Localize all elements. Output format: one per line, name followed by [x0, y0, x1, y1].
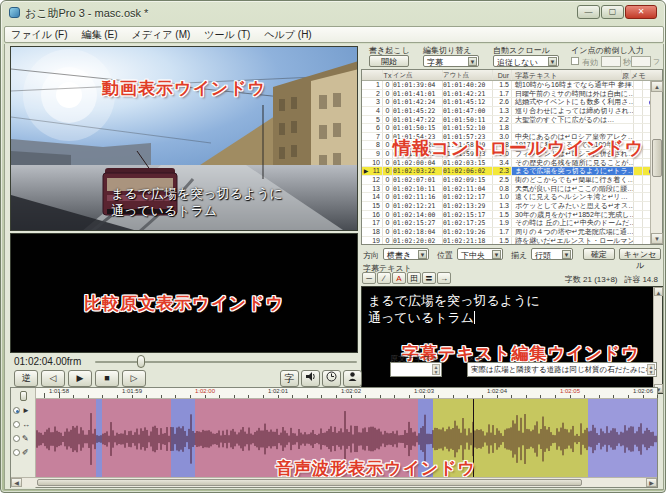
memo-field[interactable]: 実際は広場と隣接する道路は同じ材質の石だたみになっているようです▲▼ — [467, 362, 657, 377]
scroll-down-icon[interactable]: ▼ — [651, 233, 663, 244]
cancel-button[interactable]: キャンセル — [619, 248, 661, 260]
subtitle-text-cell: まるで広場を突っ切るように↵トラ… — [512, 167, 633, 175]
time-ruler[interactable]: 1:01:581:01:591:02:001:02:011:02:021:02:… — [36, 388, 657, 399]
table-row[interactable]: 4001:01:45:2201:01:47:001.3巡り合わせによっては締め切… — [362, 107, 662, 116]
ruler-tick — [88, 395, 89, 398]
out-point-cell: 01:01:50:11 — [443, 116, 493, 124]
waveform-display[interactable]: 音声波形表示ウインドウ — [36, 399, 657, 477]
table-row[interactable]: 19001:02:20:0201:02:21:181.5跡を継いだ↵エルンスト・… — [362, 237, 662, 244]
waveform-tool-strip: ► ↔ ✎ ✐ — [11, 388, 36, 488]
format-button-2[interactable]: A — [392, 272, 406, 284]
table-row[interactable]: 10001:02:00:0401:02:03:153.4その歴史の名残を随所に見… — [362, 159, 662, 168]
transport-button-4[interactable]: ▷ — [122, 370, 146, 387]
in-point-cell: 01:02:20:02 — [393, 237, 443, 244]
seek-slider[interactable] — [95, 361, 357, 363]
menu-item[interactable]: ツール (T) — [204, 28, 250, 42]
editor-scrollbar[interactable]: ▲ ▼ — [653, 287, 662, 393]
grid-scrollbar[interactable]: ▲ ▼ — [650, 81, 662, 244]
minimize-button[interactable]: — — [577, 5, 600, 19]
current-row-marker — [362, 211, 370, 219]
subtitle-toggle-button[interactable]: 字 — [280, 370, 299, 387]
zoom-slider[interactable] — [20, 391, 27, 401]
scroll-up-icon[interactable]: ▲ — [651, 81, 663, 92]
transport-button-3[interactable]: ■ — [95, 370, 119, 387]
original-text-field[interactable]: ▲▼ — [390, 362, 442, 377]
table-row[interactable]: 16001:02:14:0001:02:15:171.530年の歳月をかけ↵18… — [362, 211, 662, 220]
scroll-up-icon[interactable]: ▲ — [654, 287, 663, 296]
speaker-icon[interactable] — [301, 370, 320, 387]
transport-button-0[interactable]: 逆 — [14, 370, 38, 387]
format-button-4[interactable]: 〓 — [422, 272, 436, 284]
move-tool[interactable]: ↔ — [13, 420, 30, 429]
scroll-right-icon[interactable]: ▶ — [646, 478, 657, 487]
speaker-person-icon[interactable] — [343, 370, 362, 387]
video-window[interactable]: 動画表示ウインドウ まるで広場を突っ切るように 通っているトラム — [10, 46, 358, 231]
format-button-5[interactable]: → — [437, 272, 451, 284]
ruler-tick — [482, 395, 483, 398]
position-select[interactable]: 下中央▼ — [457, 248, 503, 260]
title-bar[interactable]: おこ助Pro 3 - masc.osk * — ▢ ✕ — [1, 1, 665, 25]
transport-controls: 逆◁▶■▷ — [14, 370, 149, 387]
close-button[interactable]: ✕ — [625, 5, 657, 19]
align-select[interactable]: 行頭▼ — [531, 248, 573, 260]
chevron-down-icon: ▼ — [492, 250, 501, 259]
draw-tool[interactable]: ✎ — [13, 434, 29, 443]
select-tool[interactable]: ► — [13, 406, 30, 415]
ruler-tick — [613, 395, 614, 398]
timecode-display: 01:02:04.00frm — [14, 356, 81, 367]
transcribe-start-button[interactable]: 開始 — [369, 55, 409, 67]
grid-scroll-thumb[interactable] — [652, 139, 662, 177]
menu-item[interactable]: ファイル (F) — [11, 28, 67, 42]
maximize-button[interactable]: ▢ — [601, 5, 624, 19]
subtitle-text-cell: 街のどこからでも↵簡単に行き着く… — [512, 176, 633, 184]
clock-icon[interactable] — [322, 370, 341, 387]
transport-button-2[interactable]: ▶ — [68, 370, 92, 387]
table-row[interactable]: 2001:01:41:0101:01:42:211.7日曜午前のミサの時間は外は… — [362, 90, 662, 99]
subtitle-editor-window[interactable]: まるで広場を突っ切るように 通っているトラム 字幕テキスト編集ウインドウ ▲ ▼ — [361, 286, 663, 394]
table-row[interactable]: 12001:02:07:0101:02:09:152.5街のどこからでも↵簡単に… — [362, 176, 662, 185]
ruler-time-label: 1:02:00 — [195, 388, 215, 394]
table-row[interactable]: 1001:01:39:0401:01:40:201.5朝10時から16時までなら… — [362, 81, 662, 90]
pencil-icon: ✎ — [22, 434, 29, 443]
table-row[interactable]: 13001:02:10:1101:02:11:040.8天気が良い日には↵ここの… — [362, 185, 662, 194]
out-point-cell: 01:01:40:20 — [443, 81, 493, 89]
inpoint-seconds-spinner[interactable] — [601, 56, 621, 67]
table-row[interactable]: 5001:01:47:2201:01:50:112.2大聖堂のすぐ下に広がるのは… — [362, 116, 662, 125]
seek-slider-thumb[interactable] — [137, 355, 145, 368]
waveform-hscrollbar[interactable]: ◀ ▶ — [11, 477, 657, 487]
table-row[interactable]: 6001:01:50:1501:01:52:101.8 — [362, 124, 662, 133]
ruler-tick — [161, 395, 162, 398]
table-row[interactable]: 14001:02:11:1601:02:12:171.0遠くに見えるヘルシンキ湾… — [362, 193, 662, 202]
scroll-left-icon[interactable]: ◀ — [11, 478, 22, 487]
format-button-0[interactable]: ─ — [362, 272, 376, 284]
spinner-icon[interactable]: ▲▼ — [647, 364, 655, 375]
format-button-3[interactable]: 田 — [407, 272, 421, 284]
table-row[interactable]: 15001:02:12:2101:02:13:291.3ポケッとしてみたいと思え… — [362, 202, 662, 211]
row-number: 9 — [370, 150, 383, 158]
direction-select[interactable]: 横書き▼ — [383, 248, 429, 260]
edit-mode-select[interactable]: 字幕▼ — [423, 55, 479, 67]
ruler-time-label: 1:02:03 — [414, 388, 434, 394]
confirm-button[interactable]: 確定 — [583, 248, 615, 260]
inpoint-enable-checkbox[interactable] — [571, 57, 579, 65]
mark-tool[interactable]: ✐ — [13, 448, 29, 457]
menu-item[interactable]: メディア (M) — [132, 28, 191, 42]
spinner-icon[interactable]: ▲▼ — [432, 364, 440, 375]
transport-button-1[interactable]: ◁ — [41, 370, 65, 387]
format-button-1[interactable]: ∕ — [377, 272, 391, 284]
hscroll-thumb[interactable] — [37, 479, 582, 486]
table-row[interactable]: ▶11001:02:03:2201:02:06:022.3まるで広場を突っ切るよ… — [362, 167, 662, 176]
current-row-marker — [362, 90, 370, 98]
autoscroll-select[interactable]: 追従しない▼ — [493, 55, 559, 67]
menu-item[interactable]: 編集 (E) — [81, 28, 117, 42]
duration-cell: 2.2 — [493, 116, 512, 124]
table-row[interactable]: 17001:02:15:2701:02:17:251.9その時は 丘の上に↵中央… — [362, 219, 662, 228]
compare-source-window[interactable]: 比較原文表示ウインドウ — [10, 233, 358, 353]
inpoint-frames-spinner[interactable] — [631, 56, 651, 67]
subtitle-text-cell: 周りの４つの塔や↵元老院広場に通… — [512, 228, 633, 236]
table-row[interactable]: 3001:01:42:2401:01:45:122.6結婚式やイベントにも数多く… — [362, 98, 662, 107]
row-number: 13 — [370, 185, 383, 193]
table-row[interactable]: 18001:02:18:0401:02:19:261.7周りの４つの塔や↵元老院… — [362, 228, 662, 237]
menu-item[interactable]: ヘルプ (H) — [264, 28, 311, 42]
tx-cell: 0 — [383, 159, 393, 167]
